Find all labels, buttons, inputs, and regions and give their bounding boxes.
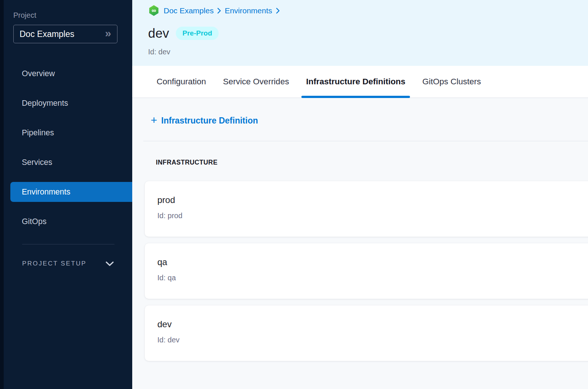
breadcrumb-link-environments[interactable]: Environments <box>225 6 272 15</box>
environments-hexagon-icon: ∞ <box>149 5 159 16</box>
breadcrumb-link-project[interactable]: Doc Examples <box>164 6 213 15</box>
double-chevron-right-icon: » <box>105 28 111 39</box>
breadcrumb-separator-icon <box>217 7 221 14</box>
project-selector[interactable]: Doc Examples » <box>13 25 117 43</box>
infrastructure-card-dev[interactable]: dev Id: dev <box>145 305 588 361</box>
sidebar-item-services[interactable]: Services <box>4 148 132 177</box>
app-window: Project Doc Examples » Overview Deployme… <box>0 0 588 389</box>
infrastructure-card-title: prod <box>157 195 588 205</box>
sidebar-nav: Overview Deployments Pipelines Services … <box>4 59 132 236</box>
page-header: ∞ Doc Examples Environments dev Pre-Prod <box>132 0 588 66</box>
main-area: ∞ Doc Examples Environments dev Pre-Prod <box>132 0 588 389</box>
sidebar-item-environments[interactable]: Environments <box>10 182 132 202</box>
sidebar-main: Project Doc Examples » Overview Deployme… <box>4 0 132 389</box>
sidebar-item-gitops[interactable]: GitOps <box>4 207 132 236</box>
sidebar-item-overview[interactable]: Overview <box>4 59 132 88</box>
tab-configuration[interactable]: Configuration <box>152 66 211 98</box>
chevron-down-icon <box>106 261 114 266</box>
sidebar-item-pipelines[interactable]: Pipelines <box>4 118 132 148</box>
infrastructure-card-id: Id: prod <box>157 212 588 220</box>
infrastructure-section-title: INFRASTRUCTURE <box>156 159 588 166</box>
tab-gitops-clusters[interactable]: GitOps Clusters <box>417 66 486 98</box>
infrastructure-card-list: prod Id: prod qa Id: qa dev Id: dev <box>145 181 588 361</box>
add-infrastructure-definition-label: Infrastructure Definition <box>161 116 258 126</box>
breadcrumb: ∞ Doc Examples Environments <box>149 5 588 16</box>
infrastructure-card-id: Id: qa <box>157 274 588 282</box>
add-infrastructure-definition-button[interactable]: + Infrastructure Definition <box>151 116 258 126</box>
infrastructure-card-prod[interactable]: prod Id: prod <box>145 181 588 237</box>
tab-infrastructure-definitions[interactable]: Infrastructure Definitions <box>301 66 410 98</box>
project-setup-label: PROJECT SETUP <box>22 260 86 267</box>
tab-bar: Configuration Service Overrides Infrastr… <box>132 66 588 98</box>
content-divider <box>143 141 588 141</box>
infrastructure-card-title: qa <box>157 257 588 267</box>
sidebar: Project Doc Examples » Overview Deployme… <box>0 0 132 389</box>
module-nav-strip <box>0 0 4 389</box>
title-row: dev Pre-Prod <box>148 26 588 41</box>
infrastructure-card-title: dev <box>157 319 588 329</box>
project-selector-value: Doc Examples <box>20 29 105 39</box>
sidebar-divider <box>22 244 114 244</box>
plus-icon: + <box>151 115 157 126</box>
page-title: dev <box>148 26 169 41</box>
environment-id: Id: dev <box>148 48 588 56</box>
breadcrumb-separator-icon <box>276 7 280 14</box>
tab-service-overrides[interactable]: Service Overrides <box>218 66 294 98</box>
tab-content: + Infrastructure Definition INFRASTRUCTU… <box>132 98 588 389</box>
project-label: Project <box>13 11 132 20</box>
environment-type-badge: Pre-Prod <box>176 27 219 40</box>
sidebar-item-deployments[interactable]: Deployments <box>4 88 132 118</box>
infrastructure-card-qa[interactable]: qa Id: qa <box>145 243 588 299</box>
infrastructure-card-id: Id: dev <box>157 336 588 344</box>
project-setup-toggle[interactable]: PROJECT SETUP <box>22 260 114 267</box>
